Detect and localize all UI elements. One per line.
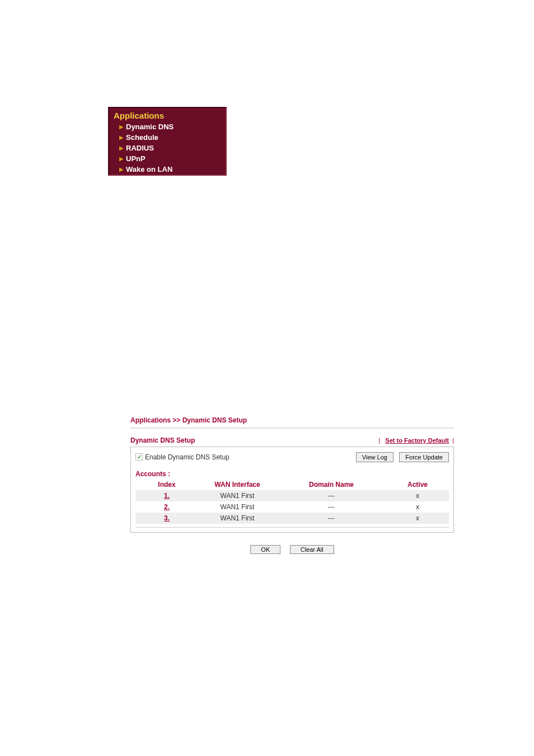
account-index-link[interactable]: 3. <box>164 514 170 522</box>
cell-active: x <box>386 501 449 513</box>
breadcrumb: Applications >> Dynamic DNS Setup <box>130 416 454 424</box>
triangle-right-icon: ▶ <box>119 124 124 130</box>
sidebar-item-schedule[interactable]: ▶ Schedule <box>109 132 226 143</box>
panel-title: Dynamic DNS Setup <box>130 436 195 444</box>
table-row: 1. WAN1 First --- x <box>135 490 449 501</box>
view-log-button[interactable]: View Log <box>356 452 394 462</box>
cell-wan: WAN1 First <box>198 490 277 501</box>
triangle-right-icon: ▶ <box>119 145 124 151</box>
col-wan: WAN Interface <box>198 479 277 490</box>
cell-wan: WAN1 First <box>198 513 277 524</box>
main-content: Applications >> Dynamic DNS Setup Dynami… <box>130 416 454 554</box>
table-row: 3. WAN1 First --- x <box>135 513 449 524</box>
sidebar-item-label: Schedule <box>126 133 158 142</box>
divider <box>130 428 454 429</box>
applications-sidebar: Applications ▶ Dynamic DNS ▶ Schedule ▶ … <box>108 107 227 176</box>
account-index-link[interactable]: 1. <box>164 492 170 500</box>
cell-active: x <box>386 490 449 501</box>
enable-left: ✓ Enable Dynamic DNS Setup <box>135 453 229 461</box>
sidebar-item-label: Dynamic DNS <box>126 123 174 131</box>
check-icon: ✓ <box>137 454 142 460</box>
factory-default-wrap: | Set to Factory Default | <box>378 437 454 444</box>
enable-ddns-label: Enable Dynamic DNS Setup <box>145 453 229 461</box>
pipe: | <box>452 437 454 444</box>
triangle-right-icon: ▶ <box>119 134 124 140</box>
cell-active: x <box>386 513 449 524</box>
cell-wan: WAN1 First <box>198 501 277 513</box>
triangle-right-icon: ▶ <box>119 156 124 162</box>
table-header-row: Index WAN Interface Domain Name Active <box>135 479 449 490</box>
enable-ddns-checkbox[interactable]: ✓ <box>135 453 143 461</box>
enable-right-buttons: View Log Force Update <box>353 452 449 462</box>
clear-all-button[interactable]: Clear All <box>290 545 334 554</box>
sidebar-item-label: UPnP <box>126 154 146 163</box>
col-index: Index <box>135 479 198 490</box>
sidebar-item-dynamic-dns[interactable]: ▶ Dynamic DNS <box>109 121 226 132</box>
sidebar-item-label: RADIUS <box>126 144 154 152</box>
sidebar-item-label: Wake on LAN <box>126 165 172 173</box>
pipe: | <box>378 437 380 444</box>
sidebar-item-wake-on-lan[interactable]: ▶ Wake on LAN <box>109 164 226 175</box>
cell-domain: --- <box>277 501 386 513</box>
accounts-label: Accounts : <box>135 470 449 478</box>
sidebar-title: Applications <box>109 108 226 121</box>
sidebar-item-upnp[interactable]: ▶ UPnP <box>109 153 226 164</box>
col-domain: Domain Name <box>277 479 386 490</box>
sidebar-item-radius[interactable]: ▶ RADIUS <box>109 143 226 153</box>
ok-button[interactable]: OK <box>250 545 280 554</box>
set-factory-default-link[interactable]: Set to Factory Default <box>385 437 449 444</box>
accounts-table: Index WAN Interface Domain Name Active 1… <box>135 479 449 524</box>
account-index-link[interactable]: 2. <box>164 503 170 511</box>
force-update-button[interactable]: Force Update <box>399 452 449 462</box>
enable-row: ✓ Enable Dynamic DNS Setup View Log Forc… <box>135 452 449 462</box>
ddns-setup-box: ✓ Enable Dynamic DNS Setup View Log Forc… <box>130 447 454 533</box>
col-active: Active <box>386 479 449 490</box>
bottom-buttons: OK Clear All <box>130 544 454 554</box>
divider <box>135 527 449 528</box>
table-row: 2. WAN1 First --- x <box>135 501 449 513</box>
cell-domain: --- <box>277 490 386 501</box>
triangle-right-icon: ▶ <box>119 166 124 172</box>
panel-header: Dynamic DNS Setup | Set to Factory Defau… <box>130 436 454 444</box>
cell-domain: --- <box>277 513 386 524</box>
